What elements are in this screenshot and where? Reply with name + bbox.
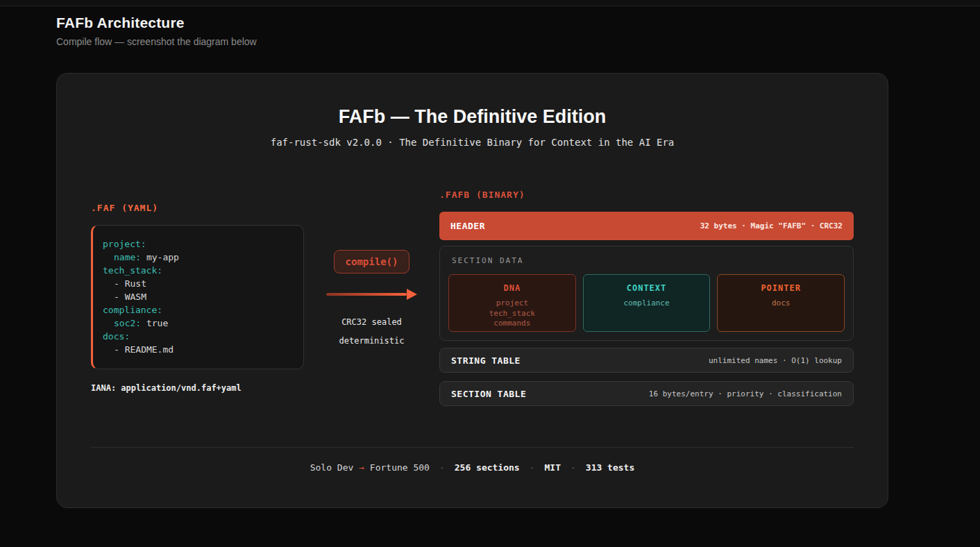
compile-flow-row: .FAF (YAML) project: name: my-app tech_s… xyxy=(91,190,854,406)
page-title: FAFb Architecture xyxy=(56,15,980,31)
page-subtitle: Compile flow — screenshot the diagram be… xyxy=(56,36,980,47)
dna-block-items: project tech_stack commands xyxy=(449,298,575,329)
stat-sections: 256 sections xyxy=(455,462,520,473)
pointer-block-items: docs xyxy=(718,298,844,309)
yaml-line: soc2: true xyxy=(103,317,294,330)
context-block-items: compliance xyxy=(584,298,710,309)
section-data-container: SECTION DATA DNA project tech_stack comm… xyxy=(439,246,854,341)
section-blocks: DNA project tech_stack commands CONTEXT … xyxy=(448,274,845,332)
section-table-title: SECTION TABLE xyxy=(451,389,526,399)
deterministic-note: deterministic xyxy=(339,336,405,346)
footer-separator: · xyxy=(439,462,445,473)
diagram-title: FAFb — The Definitive Edition xyxy=(91,106,854,128)
stat-license: MIT xyxy=(545,462,561,473)
faf-yaml-label: .FAF (YAML) xyxy=(91,203,304,213)
yaml-code-block: project: name: my-app tech_stack: - Rust… xyxy=(91,225,304,369)
compile-button[interactable]: compile() xyxy=(334,250,410,274)
crc32-sealed-note: CRC32 sealed xyxy=(341,317,402,327)
fafb-binary-label: .FAFB (BINARY) xyxy=(439,190,854,200)
yaml-line: tech_stack: xyxy=(103,264,294,277)
journey-to: Fortune 500 xyxy=(370,462,430,473)
dna-block-title: DNA xyxy=(449,283,575,293)
architecture-diagram-card: FAFb — The Definitive Edition faf-rust-s… xyxy=(56,73,888,508)
yaml-line: compliance: xyxy=(103,303,294,317)
pointer-block-title: POINTER xyxy=(718,283,844,293)
journey-arrow-icon: → xyxy=(359,462,364,473)
footer-separator: · xyxy=(530,462,535,473)
yaml-line: docs: xyxy=(103,330,294,343)
stat-tests: 313 tests xyxy=(586,462,634,473)
transform-column: compile() CRC32 sealed deterministic xyxy=(304,250,439,346)
yaml-line: name: my-app xyxy=(103,251,294,264)
section-data-label: SECTION DATA xyxy=(448,256,845,265)
footer-separator: · xyxy=(571,462,576,473)
journey-from: Solo Dev xyxy=(310,462,354,473)
diagram-footer: Solo Dev → Fortune 500·256 sections·MIT·… xyxy=(91,447,854,473)
pointer-section-block: POINTER docs xyxy=(717,274,845,332)
diagram-subtitle: faf-rust-sdk v2.0.0 · The Definitive Bin… xyxy=(91,137,854,148)
section-table-meta: 16 bytes/entry · priority · classificati… xyxy=(649,389,842,398)
iana-mime-type: IANA: application/vnd.faf+yaml xyxy=(91,383,304,393)
page-header: FAFb Architecture Compile flow — screens… xyxy=(56,15,980,47)
yaml-line: project: xyxy=(103,237,294,251)
fafb-output-column: .FAFB (BINARY) HEADER 32 bytes · Magic "… xyxy=(439,190,854,406)
string-table-segment: STRING TABLE unlimited names · O(1) look… xyxy=(439,348,854,373)
header-segment-title: HEADER xyxy=(450,221,485,231)
string-table-meta: unlimited names · O(1) lookup xyxy=(709,356,842,365)
context-block-title: CONTEXT xyxy=(584,283,710,293)
binary-header-segment: HEADER 32 bytes · Magic "FAFB" · CRC32 xyxy=(439,212,854,240)
string-table-title: STRING TABLE xyxy=(451,355,521,366)
yaml-line: - README.md xyxy=(103,343,294,356)
window-top-strip xyxy=(0,0,980,6)
yaml-line: - Rust xyxy=(103,277,294,290)
faf-source-column: .FAF (YAML) project: name: my-app tech_s… xyxy=(91,203,304,393)
context-section-block: CONTEXT compliance xyxy=(583,274,711,332)
header-segment-meta: 32 bytes · Magic "FAFB" · CRC32 xyxy=(700,221,843,230)
section-table-segment: SECTION TABLE 16 bytes/entry · priority … xyxy=(439,381,854,406)
yaml-line: - WASM xyxy=(103,290,294,303)
dna-section-block: DNA project tech_stack commands xyxy=(448,274,576,332)
flow-arrow-icon xyxy=(326,289,417,300)
